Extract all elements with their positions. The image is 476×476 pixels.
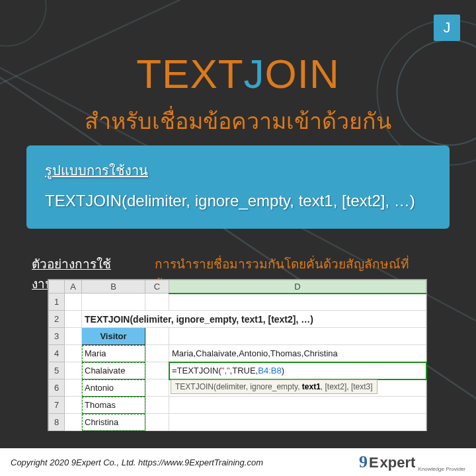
tooltip-post: , [text2], [text3] <box>321 382 373 391</box>
cell[interactable] <box>65 345 82 362</box>
cell[interactable] <box>65 362 82 379</box>
col-header-b[interactable]: B <box>82 280 145 294</box>
row-header-8[interactable]: 8 <box>49 414 65 431</box>
cell[interactable] <box>145 328 169 345</box>
cell[interactable] <box>169 328 426 345</box>
tooltip-pre: TEXTJOIN(delimiter, ignore_empty, <box>175 382 302 391</box>
row-header-3[interactable]: 3 <box>49 328 65 345</box>
copyright-text: Copyright 2020 9Expert Co., Ltd. https:/… <box>11 457 263 467</box>
logo-9: 9 <box>359 452 368 472</box>
spreadsheet-row: 7 Thomas <box>49 397 426 414</box>
cell[interactable] <box>65 414 82 431</box>
cell[interactable] <box>65 311 82 328</box>
syntax-box: รูปแบบการใช้งาน TEXTJOIN(delimiter, igno… <box>26 145 450 229</box>
visitor-cell[interactable]: Thomas <box>82 397 145 414</box>
select-all-corner[interactable] <box>49 280 65 294</box>
logo-xpert: xpert <box>380 454 416 471</box>
title-part-oin: OIN <box>265 51 340 97</box>
spreadsheet-row: 3 Visitor <box>49 328 426 345</box>
cell[interactable] <box>145 294 169 311</box>
formula-tooltip: TEXTJOIN(delimiter, ignore_empty, text1,… <box>171 379 377 394</box>
col-header-d[interactable]: D <box>169 280 426 294</box>
syntax-text: TEXTJOIN(delimiter, ignore_empty, text1,… <box>45 192 431 210</box>
row-header-2[interactable]: 2 <box>49 311 65 328</box>
row-header-7[interactable]: 7 <box>49 397 65 414</box>
page-subtitle: สำหรับเชื่อมข้อความเข้าด้วยกัน <box>0 103 476 139</box>
cell[interactable] <box>145 379 169 397</box>
cell[interactable] <box>169 294 426 311</box>
title-part-text: TEXT <box>136 51 243 97</box>
letter-badge: J <box>434 15 460 41</box>
visitor-header-cell[interactable]: Visitor <box>82 328 145 345</box>
cell[interactable] <box>65 379 82 397</box>
cell[interactable] <box>145 345 169 362</box>
section-title-cell[interactable]: TEXTJOIN(delimiter, ignore_empty, text1,… <box>82 311 426 328</box>
tooltip-bold: text1 <box>302 382 321 391</box>
row-header-5[interactable]: 5 <box>49 362 65 379</box>
cell[interactable] <box>65 328 82 345</box>
cell[interactable] <box>145 414 169 431</box>
cell[interactable] <box>145 362 169 379</box>
cell[interactable] <box>145 397 169 414</box>
formula-suffix: ) <box>282 366 284 376</box>
column-header-row: A B C D <box>49 280 426 294</box>
logo-tagline: Knowledge Provider <box>418 466 465 472</box>
footer: Copyright 2020 9Expert Co., Ltd. https:/… <box>0 448 476 476</box>
spreadsheet-row: 8 Christina <box>49 414 426 431</box>
brand-logo: 9Expert Knowledge Provider <box>359 452 465 472</box>
cell[interactable] <box>169 414 426 431</box>
visitor-cell[interactable]: Christina <box>82 414 145 431</box>
col-header-a[interactable]: A <box>65 280 82 294</box>
title-part-j: J <box>244 51 265 97</box>
logo-e: E <box>369 454 379 471</box>
cell[interactable] <box>169 397 426 414</box>
row-header-6[interactable]: 6 <box>49 379 65 397</box>
spreadsheet-row: 2 TEXTJOIN(delimiter, ignore_empty, text… <box>49 311 426 328</box>
spreadsheet-row: 5 Chalaivate =TEXTJOIN(",",TRUE,B4:B8) T… <box>49 362 426 379</box>
spreadsheet-row: 4 Maria Maria,Chalaivate,Antonio,Thomas,… <box>49 345 426 362</box>
formula-mid: ,TRUE, <box>230 366 258 376</box>
row-header-1[interactable]: 1 <box>49 294 65 311</box>
col-header-c[interactable]: C <box>145 280 169 294</box>
formula-literal: "," <box>221 366 230 376</box>
result-cell[interactable]: Maria,Chalaivate,Antonio,Thomas,Christin… <box>169 345 426 362</box>
syntax-label: รูปแบบการใช้งาน <box>45 160 431 181</box>
visitor-cell[interactable]: Chalaivate <box>82 362 145 379</box>
formula-range-ref: B4:B8 <box>258 366 281 376</box>
formula-text: =TEXTJOIN(",",TRUE,B4:B8) <box>172 366 284 376</box>
visitor-cell[interactable]: Maria <box>82 345 145 362</box>
row-header-4[interactable]: 4 <box>49 345 65 362</box>
page-title: TEXTJOIN <box>0 50 476 97</box>
spreadsheet-row: 1 <box>49 294 426 311</box>
visitor-cell[interactable]: Antonio <box>82 379 145 397</box>
cell[interactable] <box>65 294 82 311</box>
formula-prefix: =TEXTJOIN( <box>172 366 221 376</box>
cell[interactable] <box>65 397 82 414</box>
cell[interactable] <box>82 294 145 311</box>
excel-screenshot: A B C D 1 2 TEXTJOIN(delimiter, ignore_e… <box>48 279 427 431</box>
formula-cell[interactable]: =TEXTJOIN(",",TRUE,B4:B8) TEXTJOIN(delim… <box>169 362 426 379</box>
